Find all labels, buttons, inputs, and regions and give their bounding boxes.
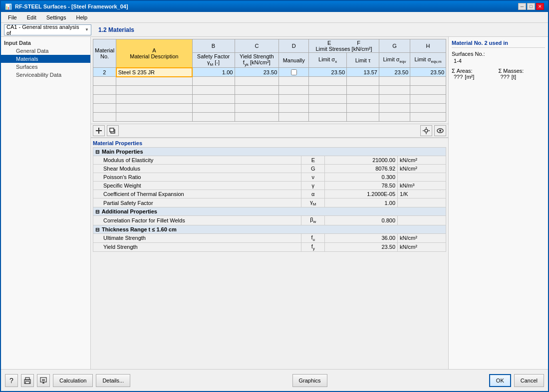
export-button[interactable] (37, 374, 50, 387)
help-button[interactable]: ? (5, 374, 18, 387)
group-main-properties[interactable]: ⊟ Main Properties (93, 148, 446, 156)
group-thickness[interactable]: ⊟ Thickness Range t ≤ 1.60 cm (93, 225, 446, 233)
prop-weight-unit: kN/m³ (398, 182, 446, 190)
masses-label: Σ Masses: (499, 68, 546, 74)
cell-material[interactable]: Steel S 235 JR (116, 68, 192, 77)
properties-table: ⊟ Main Properties Modulus of Elasticity … (93, 147, 446, 252)
col-header-b-top: B (192, 39, 235, 53)
prop-row-correlation: Correlation Factor for Fillet Welds βw 0… (93, 216, 446, 225)
masses-row: ??? [t] (499, 74, 546, 80)
group-thickness-name: Thickness Range t ≤ 1.60 cm (102, 226, 177, 232)
manually-checkbox[interactable] (291, 69, 297, 75)
add-icon (95, 127, 103, 135)
sidebar-item-general-data[interactable]: General Data (1, 47, 90, 55)
prop-thermal-unit: 1/K (398, 190, 446, 198)
copy-row-button[interactable] (107, 125, 119, 136)
help-icon: ? (9, 377, 13, 385)
menu-help[interactable]: Help (72, 13, 91, 21)
col-b-sub: Safety FactorγM [-] (192, 53, 235, 68)
sidebar-section-label: Input Data (1, 39, 90, 47)
cell-limit-sigma-eqv[interactable]: 23.50 (379, 68, 410, 77)
prop-ultimate-symbol: fu (301, 233, 325, 242)
menu-file[interactable]: File (4, 13, 21, 21)
calculation-button[interactable]: Calculation (53, 374, 93, 387)
masses-unit: [t] (512, 74, 516, 80)
col-header-h-top: H (410, 39, 446, 53)
svg-rect-13 (25, 382, 29, 384)
prop-row-modulus: Modulus of Elasticity E 21000.00 kN/cm² (93, 156, 446, 165)
print-button[interactable] (21, 374, 34, 387)
sidebar-item-serviceability-data[interactable]: Serviceability Data (1, 71, 90, 79)
print-icon (23, 377, 31, 385)
export-icon (39, 377, 47, 385)
expand-thickness-icon: ⊟ (95, 227, 99, 232)
properties-section: Material Properties ⊟ Main Properties Mo… (91, 138, 448, 369)
prop-shear-name: Shear Modulus (93, 165, 301, 173)
prop-yield-name: Yield Strength (93, 242, 301, 251)
group-thickness-label: ⊟ Thickness Range t ≤ 1.60 cm (93, 225, 446, 233)
cancel-button[interactable]: Cancel (514, 374, 544, 387)
maximize-button[interactable]: □ (527, 3, 535, 10)
menu-settings[interactable]: Settings (42, 13, 70, 21)
prop-corr-name: Correlation Factor for Fillet Welds (93, 216, 301, 225)
areas-col: Σ Areas: ??? [m²] (452, 68, 499, 80)
svg-rect-3 (110, 128, 114, 132)
table-toolbar (91, 124, 448, 138)
right-panel-title: Material No. 2 used in (452, 40, 545, 48)
cell-manually[interactable] (279, 68, 309, 77)
prop-corr-symbol: βw (301, 216, 325, 225)
col-header-no: MaterialNo. (93, 39, 116, 68)
prop-partial-name: Partial Safety Factor (93, 198, 301, 207)
table-section: MaterialNo. AMaterial Description B C D … (91, 37, 448, 124)
group-additional-name: Additional Properties (102, 208, 157, 214)
prop-ultimate-unit: kN/cm² (398, 233, 446, 242)
case-selector[interactable]: CA1 - General stress analysis of ▼ (4, 24, 91, 35)
areas-row: ??? [m²] (452, 74, 499, 80)
table-row[interactable]: 2 Steel S 235 JR 1.00 23.50 23.50 13.57 … (93, 68, 446, 77)
window-icon: 📊 (5, 3, 12, 10)
close-button[interactable]: ✕ (536, 3, 544, 10)
cell-limit-sigma-x[interactable]: 23.50 (309, 68, 347, 77)
sidebar-item-surfaces[interactable]: Surfaces (1, 63, 90, 71)
prop-row-shear: Shear Modulus G 8076.92 kN/cm² (93, 165, 446, 173)
table-row-empty2 (93, 86, 446, 95)
cell-safety-factor[interactable]: 1.00 (192, 68, 235, 77)
prop-row-yield: Yield Strength fy 23.50 kN/cm² (93, 242, 446, 251)
prop-yield-value: 23.50 (325, 242, 398, 251)
toggle-view-button[interactable] (434, 125, 446, 136)
prop-modulus-name: Modulus of Elasticity (93, 156, 301, 165)
col-h-sub: Limit σeqv,m (410, 53, 446, 68)
details-button[interactable]: Details... (96, 374, 130, 387)
col-g-sub: Limit σeqv (379, 53, 410, 68)
menu-edit[interactable]: Edit (23, 13, 40, 21)
cell-limit-sigma-eqvm[interactable]: 23.50 (410, 68, 446, 77)
cell-yield-strength[interactable]: 23.50 (235, 68, 279, 77)
col-header-c-top: C (235, 39, 279, 53)
group-additional[interactable]: ⊟ Additional Properties (93, 207, 446, 216)
content-area: MaterialNo. AMaterial Description B C D … (91, 37, 448, 369)
details-label: Details... (102, 378, 124, 384)
prop-corr-unit (398, 216, 446, 225)
graphics-button[interactable]: Graphics (292, 374, 327, 387)
minimize-button[interactable]: ─ (518, 3, 526, 10)
table-settings-button[interactable] (420, 125, 432, 136)
properties-title: Material Properties (93, 140, 446, 146)
prop-poisson-unit (398, 173, 446, 182)
prop-partial-symbol: γM (301, 198, 325, 207)
title-bar-buttons: ─ □ ✕ (518, 3, 544, 10)
table-row-empty3 (93, 95, 446, 104)
surfaces-label: Surfaces No.: (452, 51, 545, 57)
prop-row-ultimate: Ultimate Strength fu 36.00 kN/cm² (93, 233, 446, 242)
ok-button[interactable]: OK (489, 374, 511, 387)
calculation-label: Calculation (59, 378, 86, 384)
prop-thermal-name: Coefficient of Thermal Expansion (93, 190, 301, 198)
table-row-empty (93, 77, 446, 86)
prop-poisson-name: Poisson's Ratio (93, 173, 301, 182)
prop-ultimate-value: 36.00 (325, 233, 398, 242)
sidebar: Input Data General Data Materials Surfac… (1, 37, 91, 369)
add-row-button[interactable] (93, 125, 105, 136)
prop-poisson-symbol: ν (301, 173, 325, 182)
sidebar-item-materials[interactable]: Materials (1, 55, 90, 63)
cell-limit-tau[interactable]: 13.57 (347, 68, 379, 77)
areas-unit: [m²] (465, 74, 474, 80)
